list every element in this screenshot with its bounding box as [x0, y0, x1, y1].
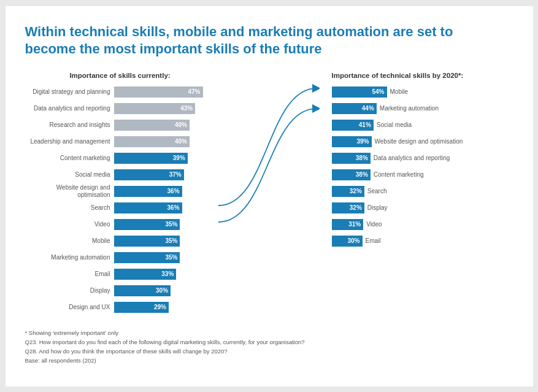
left-chart-row: Digital strategy and planning47% — [25, 85, 215, 99]
right-chart-title: Importance of technical skills by 2020*: — [332, 72, 479, 79]
left-bar-wrap: 40% — [114, 136, 215, 147]
right-bar: 41% — [332, 120, 374, 131]
left-bar-wrap: 36% — [114, 202, 215, 213]
right-chart-row: 30%Email — [332, 234, 479, 248]
right-bar: 44% — [332, 103, 377, 114]
right-row-label: Email — [363, 237, 381, 245]
left-bar: 30% — [114, 285, 171, 296]
left-row-label: Display — [25, 287, 114, 294]
right-bar: 39% — [332, 136, 372, 147]
left-chart-row: Leadership and management40% — [25, 135, 215, 148]
right-row-label: Content marketing — [371, 171, 424, 179]
left-row-label: Data analytics and reporting — [25, 105, 114, 112]
footnote-line: Q23. How important do you find each of t… — [25, 337, 513, 347]
left-chart-row: Social media37% — [25, 168, 215, 182]
left-bar: 33% — [114, 269, 177, 280]
left-row-label: Email — [25, 271, 114, 278]
left-bar-wrap: 37% — [114, 169, 215, 180]
left-bar: 29% — [114, 302, 169, 313]
left-bar: 36% — [114, 202, 182, 213]
left-chart-row: Design and UX29% — [25, 301, 215, 314]
left-bar: 36% — [114, 186, 182, 197]
footnote-line: Base: all respondents (202) — [25, 356, 513, 365]
left-bar-wrap: 35% — [114, 252, 215, 263]
left-chart-row: Data analytics and reporting43% — [25, 102, 215, 115]
left-row-label: Website design and optimisation — [25, 184, 114, 199]
left-bar: 47% — [114, 86, 203, 98]
chart-title: Within technical skills, mobile and mark… — [25, 23, 455, 58]
left-bar: 35% — [114, 236, 180, 247]
right-row-label: Mobile — [387, 88, 408, 96]
left-bar: 39% — [114, 153, 188, 164]
right-row-label: Social media — [374, 121, 412, 129]
left-bar-wrap: 40% — [114, 120, 215, 131]
left-bar: 35% — [114, 219, 180, 230]
left-chart-row: Video35% — [25, 218, 215, 231]
footnote-area: * Showing 'extremely important' onlyQ23.… — [25, 328, 513, 366]
right-chart-row: 41%Social media — [332, 118, 479, 132]
left-chart-row: Research and insights40% — [25, 118, 215, 132]
left-row-label: Marketing automation — [25, 254, 114, 261]
right-row-label: Display — [364, 204, 388, 212]
left-row-label: Search — [25, 204, 114, 212]
right-chart-row: 31%Video — [332, 218, 479, 231]
right-chart: Importance of technical skills by 2020*:… — [332, 72, 479, 317]
left-bar: 40% — [114, 120, 190, 131]
left-bar: 43% — [114, 103, 196, 114]
left-bar-wrap: 35% — [114, 219, 215, 230]
left-row-label: Mobile — [25, 237, 114, 245]
left-chart-row: Mobile35% — [25, 234, 215, 248]
left-bar-wrap: 47% — [114, 86, 215, 98]
left-bar: 37% — [114, 169, 184, 180]
arrows-svg — [215, 72, 320, 317]
left-bar-wrap: 43% — [114, 103, 215, 114]
right-row-label: Search — [364, 188, 387, 195]
footnote-line: Q28. And how do you think the importance… — [25, 347, 513, 356]
left-bar-wrap: 33% — [114, 269, 215, 280]
left-row-label: Content marketing — [25, 155, 114, 162]
right-chart-row: 54%Mobile — [332, 85, 479, 99]
left-rows: Digital strategy and planning47%Data ana… — [25, 85, 215, 314]
right-chart-row: 44%Marketing automation — [332, 102, 479, 115]
main-card: Within technical skills, mobile and mark… — [6, 6, 533, 386]
left-bar-wrap: 30% — [114, 285, 215, 296]
left-chart-row: Search36% — [25, 201, 215, 215]
left-chart-row: Website design and optimisation36% — [25, 185, 215, 198]
left-chart-row: Email33% — [25, 267, 215, 281]
right-chart-row: 32%Display — [332, 201, 479, 215]
right-bar: 38% — [332, 169, 371, 180]
right-chart-row: 39%Website design and optimisation — [332, 135, 479, 148]
left-chart-row: Content marketing39% — [25, 152, 215, 165]
right-row-label: Data analytics and reporting — [371, 155, 450, 162]
right-row-label: Video — [363, 221, 382, 228]
left-row-label: Design and UX — [25, 304, 114, 311]
right-bar: 32% — [332, 202, 364, 213]
right-rows: 54%Mobile44%Marketing automation41%Socia… — [332, 85, 479, 248]
left-bar: 35% — [114, 252, 180, 263]
right-bar: 31% — [332, 219, 364, 230]
right-bar: 54% — [332, 86, 387, 98]
footnote-line: * Showing 'extremely important' only — [25, 328, 513, 337]
right-chart-row: 38%Data analytics and reporting — [332, 152, 479, 165]
left-row-label: Digital strategy and planning — [25, 88, 114, 96]
left-row-label: Video — [25, 221, 114, 228]
left-row-label: Leadership and management — [25, 138, 114, 145]
charts-area: Importance of skills currently: Digital … — [25, 72, 513, 317]
arrow-area — [215, 72, 320, 317]
right-row-label: Marketing automation — [377, 105, 439, 112]
left-chart-row: Marketing automation35% — [25, 251, 215, 264]
left-chart-row: Display30% — [25, 284, 215, 298]
left-bar: 40% — [114, 136, 190, 147]
right-row-label: Website design and optimisation — [372, 138, 463, 145]
left-bar-wrap: 39% — [114, 153, 215, 164]
left-bar-wrap: 36% — [114, 186, 215, 197]
left-row-label: Social media — [25, 171, 114, 179]
right-chart-row: 38%Content marketing — [332, 168, 479, 182]
right-bar: 32% — [332, 186, 364, 197]
left-row-label: Research and insights — [25, 121, 114, 129]
right-bar: 30% — [332, 236, 363, 247]
right-bar: 38% — [332, 153, 371, 164]
left-chart-title: Importance of skills currently: — [25, 72, 215, 79]
right-chart-row: 32%Search — [332, 185, 479, 198]
left-bar-wrap: 29% — [114, 302, 215, 313]
